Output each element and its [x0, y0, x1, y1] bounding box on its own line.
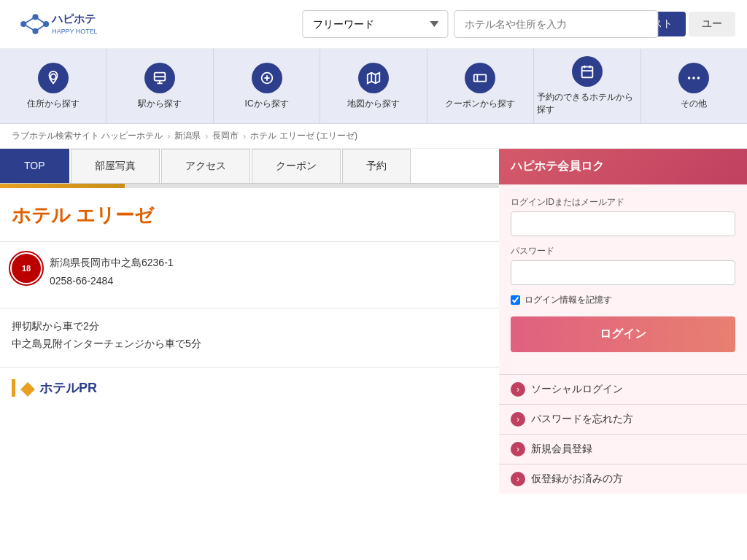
svg-point-26: [688, 77, 691, 79]
sidebar-link-password[interactable]: › パスワードを忘れた方: [499, 404, 747, 434]
age-badge: 18: [12, 254, 41, 283]
nav-label-station: 駅から探す: [138, 98, 182, 110]
hotel-address-block: 新潟県長岡市中之島6236-1 0258-66-2484: [50, 254, 174, 290]
user-button[interactable]: ユー: [689, 12, 735, 36]
nav-item-reservation[interactable]: 予約のできるホテルから探す: [534, 49, 640, 123]
logo-area: ハピホテ HAPPY HOTEL: [12, 6, 107, 42]
header: ハピホテ HAPPY HOTEL フリーワード ホテル名 住所 ゲスト ユー: [0, 0, 747, 49]
hotel-address: 新潟県長岡市中之島6236-1: [50, 254, 174, 272]
nav-item-ic[interactable]: ICから探す: [214, 49, 320, 123]
nav-item-map[interactable]: 地図から探す: [320, 49, 427, 123]
svg-rect-22: [581, 67, 592, 78]
provisional-arrow-icon: ›: [511, 472, 525, 486]
tab-top[interactable]: TOP: [0, 149, 69, 183]
hotel-title-area: ホテル エリーゼ: [0, 188, 499, 242]
nav-item-station[interactable]: 駅から探す: [107, 49, 213, 123]
nav-label-address: 住所から探す: [27, 98, 80, 110]
reservation-icon: [572, 56, 603, 87]
ic-icon: [252, 63, 282, 93]
diamond-icon: [20, 382, 35, 397]
password-label: パスワード: [511, 245, 735, 257]
nav-label-ic: ICから探す: [245, 98, 289, 110]
other-icon: [678, 63, 709, 93]
svg-line-6: [36, 17, 47, 24]
hotel-name: ホテル エリーゼ: [12, 203, 487, 228]
nav-item-coupon[interactable]: クーポンから探す: [427, 49, 534, 123]
svg-line-7: [36, 24, 47, 31]
remember-label: ログイン情報を記憶す: [525, 294, 612, 306]
tab-coupon[interactable]: クーポン: [252, 149, 341, 183]
password-input[interactable]: [511, 260, 735, 285]
sidebar-link-social[interactable]: › ソーシャルログイン: [499, 374, 747, 404]
svg-rect-20: [474, 74, 487, 81]
svg-line-5: [23, 24, 35, 31]
password-arrow-icon: ›: [511, 412, 525, 427]
svg-line-4: [23, 17, 35, 24]
hotel-info: 18 新潟県長岡市中之島6236-1 0258-66-2484: [0, 242, 499, 308]
pr-section-title: ホテルPR: [12, 379, 487, 397]
content-area: TOP 部屋写真 アクセス クーポン 予約 ホテル エリーゼ 18 新潟県長岡市…: [0, 149, 499, 417]
provisional-label: 仮登録がお済みの方: [531, 472, 623, 486]
logo-svg: ハピホテ HAPPY HOTEL: [12, 6, 107, 42]
search-area: フリーワード ホテル名 住所: [302, 10, 658, 38]
nav-item-address[interactable]: 住所から探す: [0, 49, 107, 123]
breadcrumb-sep-3: ›: [243, 131, 246, 141]
tabs: TOP 部屋写真 アクセス クーポン 予約: [0, 149, 499, 184]
svg-point-27: [692, 77, 695, 79]
sidebar-link-register[interactable]: › 新規会員登録: [499, 434, 747, 464]
social-arrow-icon: ›: [511, 382, 525, 397]
nav-label-coupon: クーポンから探す: [445, 98, 515, 110]
tab-access[interactable]: アクセス: [161, 149, 250, 183]
nav-bar: 住所から探す 駅から探す ICから探す 地図から探す クーポンから探す 予約ので…: [0, 49, 747, 124]
svg-text:ハピホテ: ハピホテ: [51, 13, 96, 25]
address-icon: [38, 63, 69, 93]
social-login-label: ソーシャルログイン: [531, 383, 623, 396]
login-button[interactable]: ログイン: [511, 316, 735, 352]
hotel-phone: 0258-66-2484: [50, 272, 174, 290]
forgot-password-label: パスワードを忘れた方: [531, 413, 633, 426]
breadcrumb-home[interactable]: ラブホテル検索サイト ハッピーホテル: [12, 130, 163, 142]
map-icon: [358, 63, 389, 93]
coupon-icon: [465, 63, 495, 93]
tab-reservation[interactable]: 予約: [342, 149, 411, 183]
nav-label-map: 地図から探す: [347, 98, 400, 110]
breadcrumb-sep-2: ›: [205, 131, 208, 141]
sidebar: ハピホテ会員ロク ログインIDまたはメールアド パスワード ログイン情報を記憶す…: [499, 149, 747, 494]
hotel-pr: ホテルPR: [0, 368, 499, 417]
breadcrumb-city[interactable]: 長岡市: [212, 130, 239, 142]
access-area: 押切駅から車で2分 中之島見附インターチェンジから車で5分: [0, 308, 499, 368]
login-id-input[interactable]: [511, 211, 735, 236]
register-label: 新規会員登録: [531, 443, 592, 456]
access-item-1: 中之島見附インターチェンジから車で5分: [12, 338, 487, 351]
breadcrumb-sep-1: ›: [167, 131, 170, 141]
main-container: TOP 部屋写真 アクセス クーポン 予約 ホテル エリーゼ 18 新潟県長岡市…: [0, 149, 747, 494]
login-id-label: ログインIDまたはメールアド: [511, 196, 735, 209]
sidebar-login-header: ハピホテ会員ロク: [499, 149, 747, 184]
nav-item-other[interactable]: その他: [641, 49, 747, 123]
tab-rooms[interactable]: 部屋写真: [71, 149, 160, 183]
sidebar-link-provisional[interactable]: › 仮登録がお済みの方: [499, 464, 747, 494]
breadcrumb-prefecture[interactable]: 新潟県: [174, 130, 201, 142]
breadcrumb: ラブホテル検索サイト ハッピーホテル › 新潟県 › 長岡市 › ホテル エリー…: [0, 124, 747, 149]
breadcrumb-current: ホテル エリーゼ (エリーゼ): [250, 130, 357, 142]
svg-text:HAPPY HOTEL: HAPPY HOTEL: [52, 28, 97, 35]
search-input[interactable]: [454, 10, 658, 38]
hotel-info-row: 18 新潟県長岡市中之島6236-1 0258-66-2484: [12, 254, 487, 290]
sidebar-login: ハピホテ会員ロク ログインIDまたはメールアド パスワード ログイン情報を記憶す…: [499, 149, 747, 494]
nav-label-other: その他: [681, 98, 707, 110]
sidebar-login-body: ログインIDまたはメールアド パスワード ログイン情報を記憶す ログイン: [499, 184, 747, 374]
svg-point-28: [697, 77, 700, 79]
svg-point-10: [50, 74, 55, 79]
station-icon: [144, 63, 175, 93]
register-arrow-icon: ›: [511, 442, 525, 456]
remember-row: ログイン情報を記憶す: [511, 294, 735, 306]
search-select[interactable]: フリーワード ホテル名 住所: [302, 10, 448, 38]
access-item-0: 押切駅から車で2分: [12, 320, 487, 333]
remember-checkbox[interactable]: [511, 295, 520, 305]
nav-label-reservation: 予約のできるホテルから探す: [537, 91, 637, 116]
